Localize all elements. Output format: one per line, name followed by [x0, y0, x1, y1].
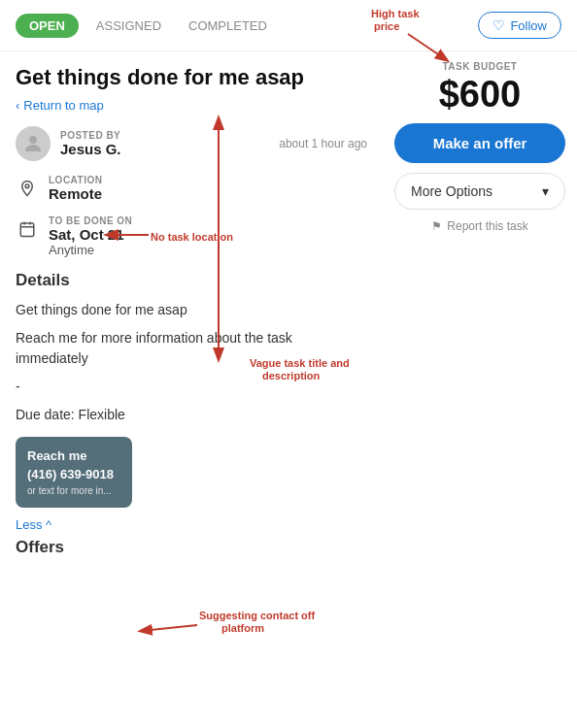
- return-link[interactable]: ‹ Return to map: [16, 98, 367, 113]
- details-line3: -: [16, 377, 367, 397]
- less-link[interactable]: Less ^: [16, 517, 367, 532]
- top-nav: OPEN ASSIGNED COMPLETED ♡ Follow: [0, 0, 577, 51]
- location-content: LOCATION Remote: [49, 175, 102, 202]
- page-wrapper: OPEN ASSIGNED COMPLETED ♡ Follow Get thi…: [0, 0, 577, 571]
- contact-phone: (416) 639-9018: [27, 467, 120, 481]
- flag-icon: ⚑: [431, 219, 442, 233]
- location-icon: [16, 177, 39, 200]
- location-row: LOCATION Remote: [16, 175, 367, 202]
- svg-rect-2: [20, 223, 34, 237]
- date-row: TO BE DONE ON Sat, Oct 21 Anytime: [16, 215, 367, 257]
- task-title: Get things done for me asap: [16, 65, 367, 90]
- poster-meta: POSTED BY Jesus G.: [60, 130, 121, 157]
- posted-by-section: POSTED BY Jesus G. about 1 hour ago: [16, 126, 367, 161]
- chevron-down-icon: ▾: [542, 183, 549, 199]
- details-line1: Get things done for me asap: [16, 300, 367, 320]
- more-options-label: More Options: [411, 183, 492, 199]
- date-sub: Anytime: [49, 243, 132, 257]
- tab-open[interactable]: OPEN: [16, 14, 79, 38]
- budget-amount: $600: [394, 74, 565, 116]
- svg-point-1: [25, 184, 29, 188]
- contact-card-title: Reach me: [27, 448, 120, 463]
- chevron-left-icon: ‹: [16, 98, 19, 113]
- tab-completed[interactable]: COMPLETED: [179, 14, 277, 38]
- follow-button[interactable]: ♡ Follow: [478, 12, 561, 39]
- tab-assigned[interactable]: ASSIGNED: [86, 14, 171, 38]
- report-link[interactable]: ⚑ Report this task: [394, 219, 565, 233]
- return-link-label: Return to map: [23, 98, 103, 113]
- right-panel: TASK BUDGET $600 Make an offer More Opti…: [383, 51, 577, 571]
- details-line2: Reach me for more information about the …: [16, 328, 367, 369]
- more-options-button[interactable]: More Options ▾: [394, 173, 565, 210]
- svg-text:platform: platform: [221, 622, 264, 634]
- details-line4: Due date: Flexible: [16, 405, 367, 425]
- contact-card: Reach me (416) 639-9018 or text for more…: [16, 437, 132, 508]
- svg-point-0: [29, 136, 37, 144]
- svg-text:Suggesting contact off: Suggesting contact off: [199, 610, 316, 621]
- date-value: Sat, Oct 21: [49, 226, 132, 243]
- report-label: Report this task: [447, 219, 527, 233]
- calendar-icon: [16, 217, 39, 241]
- avatar: [16, 126, 51, 161]
- make-offer-button[interactable]: Make an offer: [394, 123, 565, 163]
- heart-icon: ♡: [492, 17, 505, 33]
- follow-label: Follow: [510, 18, 547, 33]
- contact-sub: or text for more in...: [27, 485, 120, 496]
- offers-heading: Offers: [16, 538, 367, 557]
- posted-by-value: Jesus G.: [60, 141, 121, 157]
- main-layout: Get things done for me asap ‹ Return to …: [0, 51, 577, 571]
- details-heading: Details: [16, 271, 367, 290]
- budget-label: TASK BUDGET: [394, 61, 565, 72]
- location-label: LOCATION: [49, 175, 102, 185]
- left-panel: Get things done for me asap ‹ Return to …: [0, 51, 383, 571]
- time-ago: about 1 hour ago: [279, 137, 367, 150]
- date-content: TO BE DONE ON Sat, Oct 21 Anytime: [49, 215, 132, 257]
- location-value: Remote: [49, 185, 102, 202]
- date-label: TO BE DONE ON: [49, 215, 132, 226]
- poster-info: POSTED BY Jesus G.: [16, 126, 121, 161]
- posted-by-label: POSTED BY: [60, 130, 121, 141]
- svg-line-16: [141, 625, 197, 631]
